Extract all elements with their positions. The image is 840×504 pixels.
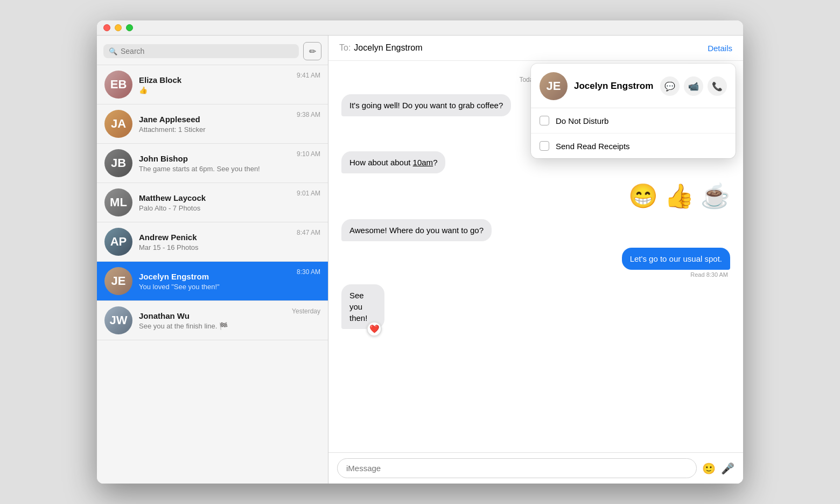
search-bar[interactable]: 🔍 xyxy=(103,44,299,58)
do-not-disturb-label: Do Not Disturb xyxy=(556,116,608,125)
message-row: 😁 👍 ☕ xyxy=(341,180,730,213)
messages-window: 🔍 ✏ EBEliza Block👍9:41 AMJAJane Applesee… xyxy=(97,20,743,484)
send-read-receipts-checkbox[interactable] xyxy=(540,141,549,151)
emoji-button[interactable]: 🙂 xyxy=(702,462,716,475)
avatar: JE xyxy=(104,267,132,295)
conv-time: 9:10 AM xyxy=(297,150,320,158)
conv-name: Jonathan Wu xyxy=(139,311,288,320)
message-bubble: Let's go to our usual spot. xyxy=(622,248,730,270)
avatar: ML xyxy=(104,188,132,216)
conv-preview: Attachment: 1 Sticker xyxy=(139,125,292,134)
main-content: 🔍 ✏ EBEliza Block👍9:41 AMJAJane Applesee… xyxy=(97,36,743,484)
conv-preview: Mar 15 - 16 Photos xyxy=(139,243,292,251)
search-input[interactable] xyxy=(121,47,293,55)
conv-time: 8:47 AM xyxy=(297,229,320,236)
recipient-name: Jocelyn Engstrom xyxy=(354,43,422,53)
conv-info: Jane AppleseedAttachment: 1 Sticker xyxy=(139,115,292,134)
message-row: Awesome! Where do you want to go? xyxy=(341,219,730,241)
close-button[interactable] xyxy=(103,24,110,31)
conversation-item-jane[interactable]: JAJane AppleseedAttachment: 1 Sticker9:3… xyxy=(97,104,328,144)
popup-phone-button[interactable]: 📞 xyxy=(708,76,727,96)
phone-icon: 📞 xyxy=(712,81,723,92)
do-not-disturb-checkbox[interactable] xyxy=(540,116,549,125)
popup-option-do-not-disturb: Do Not Disturb xyxy=(531,108,736,134)
chat-header: To: Jocelyn Engstrom Details xyxy=(328,36,743,61)
sidebar-header: 🔍 ✏ xyxy=(97,36,328,65)
sidebar: 🔍 ✏ EBEliza Block👍9:41 AMJAJane Applesee… xyxy=(97,36,328,484)
conv-preview: Palo Alto - 7 Photos xyxy=(139,204,292,212)
search-icon: 🔍 xyxy=(109,47,117,55)
conv-info: Andrew PenickMar 15 - 16 Photos xyxy=(139,233,292,251)
message-input[interactable] xyxy=(337,458,697,478)
conv-time: Yesterday xyxy=(292,307,320,315)
facetime-icon: 📹 xyxy=(688,81,699,92)
compose-icon: ✏ xyxy=(309,46,316,57)
conv-time: 8:30 AM xyxy=(297,268,320,276)
popup-option-send-read-receipts: Send Read Receipts xyxy=(531,134,736,158)
read-receipt: Read 8:30 AM xyxy=(690,271,728,278)
conv-info: John BishopThe game starts at 6pm. See y… xyxy=(139,154,292,173)
compose-button[interactable]: ✏ xyxy=(303,42,321,60)
message-bubble: Awesome! Where do you want to go? xyxy=(341,219,492,241)
avatar: JB xyxy=(104,149,132,177)
message-input-area: 🙂 🎤 xyxy=(328,452,743,484)
underline-time: 10am xyxy=(413,158,433,167)
details-popup: JE Jocelyn Engstrom 💬 📹 📞 xyxy=(531,64,736,158)
conv-time: 9:41 AM xyxy=(297,72,320,79)
conv-time: 9:01 AM xyxy=(297,190,320,197)
titlebar xyxy=(97,20,743,36)
conversation-list: EBEliza Block👍9:41 AMJAJane AppleseedAtt… xyxy=(97,65,328,484)
conv-name: Eliza Block xyxy=(139,75,292,85)
message-row: Let's go to our usual spot. Read 8:30 AM xyxy=(341,248,730,278)
popup-message-button[interactable]: 💬 xyxy=(660,76,680,96)
conv-time: 9:38 AM xyxy=(297,111,320,118)
conversation-item-matthew[interactable]: MLMatthew LaycockPalo Alto - 7 Photos9:0… xyxy=(97,183,328,222)
message-icon: 💬 xyxy=(664,81,675,92)
conv-name: Matthew Laycock xyxy=(139,193,292,202)
conv-info: Jocelyn EngstromYou loved "See you then!… xyxy=(139,272,292,291)
conv-name: John Bishop xyxy=(139,154,292,163)
audio-button[interactable]: 🎤 xyxy=(721,462,734,475)
message-with-reaction: See you then! ❤️ xyxy=(341,284,408,329)
conv-name: Jocelyn Engstrom xyxy=(139,272,292,281)
chat-area: To: Jocelyn Engstrom Details Today, 8:25… xyxy=(328,36,743,484)
send-read-receipts-label: Send Read Receipts xyxy=(556,142,630,151)
message-bubble: How about about 10am? xyxy=(341,151,445,173)
reaction-badge: ❤️ xyxy=(367,321,382,337)
conversation-item-john[interactable]: JBJohn BishopThe game starts at 6pm. See… xyxy=(97,144,328,183)
popup-actions: 💬 📹 📞 xyxy=(660,76,727,96)
conversation-item-eliza[interactable]: EBEliza Block👍9:41 AM xyxy=(97,65,328,104)
popup-contact-name: Jocelyn Engstrom xyxy=(574,81,654,92)
popup-facetime-button[interactable]: 📹 xyxy=(684,76,703,96)
popup-avatar-initials: JE xyxy=(547,79,561,93)
conv-info: Jonathan WuSee you at the finish line. 🏁 xyxy=(139,311,288,330)
conv-preview: See you at the finish line. 🏁 xyxy=(139,322,288,330)
avatar: JA xyxy=(104,110,132,138)
chat-to: To: Jocelyn Engstrom xyxy=(339,43,423,53)
popup-header: JE Jocelyn Engstrom 💬 📹 📞 xyxy=(531,64,736,108)
conv-preview: 👍 xyxy=(139,86,292,94)
conv-preview: You loved "See you then!" xyxy=(139,283,292,291)
to-label: To: xyxy=(339,43,351,53)
conv-info: Eliza Block👍 xyxy=(139,75,292,94)
conv-info: Matthew LaycockPalo Alto - 7 Photos xyxy=(139,193,292,212)
avatar: EB xyxy=(104,71,132,99)
minimize-button[interactable] xyxy=(115,24,122,31)
maximize-button[interactable] xyxy=(126,24,133,31)
message-row: See you then! ❤️ xyxy=(341,284,730,329)
conv-preview: The game starts at 6pm. See you then! xyxy=(139,165,292,173)
message-bubble: It's going well! Do you want to grab cof… xyxy=(341,94,511,116)
emoji-message: 😁 👍 ☕ xyxy=(628,180,730,213)
conversation-item-andrew[interactable]: APAndrew PenickMar 15 - 16 Photos8:47 AM xyxy=(97,222,328,262)
avatar: AP xyxy=(104,228,132,256)
conv-name: Andrew Penick xyxy=(139,233,292,242)
conv-name: Jane Appleseed xyxy=(139,115,292,124)
avatar: JW xyxy=(104,306,132,334)
conversation-item-jocelyn[interactable]: JEJocelyn EngstromYou loved "See you the… xyxy=(97,262,328,301)
details-button[interactable]: Details xyxy=(708,44,732,53)
popup-avatar: JE xyxy=(540,72,568,100)
conversation-item-jonathan[interactable]: JWJonathan WuSee you at the finish line.… xyxy=(97,301,328,340)
